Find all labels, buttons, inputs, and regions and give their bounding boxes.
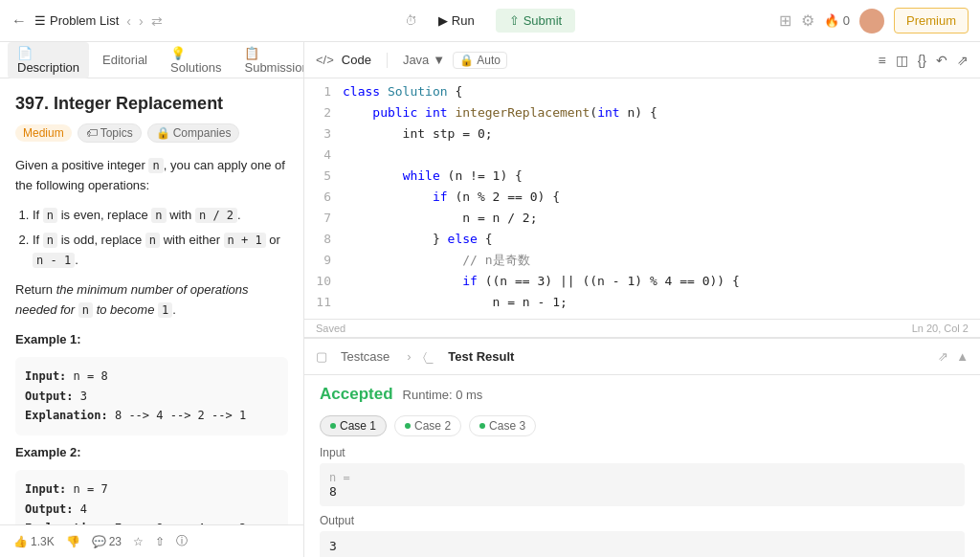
- case-2-button[interactable]: Case 2: [394, 415, 461, 436]
- description-icon: 📄: [17, 46, 33, 60]
- comments-stat[interactable]: 💬 23: [92, 535, 122, 548]
- tab-solutions[interactable]: 💡 Solutions: [161, 42, 231, 78]
- tag-icon: 🏷: [86, 126, 98, 140]
- input-label: Input: [320, 446, 965, 459]
- solutions-icon: 💡: [170, 46, 186, 60]
- tab-submissions[interactable]: 📋 Submissions: [234, 42, 304, 78]
- input-var: n =: [329, 471, 955, 484]
- language-label: Java: [403, 53, 429, 67]
- cursor-position: Ln 20, Col 2: [912, 323, 969, 334]
- share-icon: ⇧: [155, 535, 165, 548]
- badge-count: 0: [843, 13, 850, 28]
- case-1-button[interactable]: Case 1: [320, 415, 387, 436]
- saved-status: Saved: [316, 323, 345, 334]
- submit-button[interactable]: ⇧ Submit: [496, 9, 575, 33]
- auto-badge[interactable]: 🔒 Auto: [453, 52, 507, 69]
- problem-badges: Medium 🏷 Topics 🔒 Companies: [15, 123, 288, 143]
- case-1-dot: [330, 423, 336, 429]
- result-status: Accepted: [320, 385, 393, 404]
- code-line-1: 1 class Solution {: [304, 82, 980, 103]
- tab-test-result[interactable]: Test Result: [442, 345, 520, 368]
- output-label: Output: [320, 514, 965, 527]
- problem-description: Given a positive integer n, you can appl…: [15, 156, 288, 524]
- list-action-icon[interactable]: ≡: [878, 53, 885, 68]
- code-line-2: 2 public int integerReplacement(int n) {: [304, 103, 980, 124]
- more-icon: ⓘ: [176, 533, 188, 549]
- prev-arrow[interactable]: ‹: [126, 13, 131, 29]
- next-arrow[interactable]: ›: [139, 13, 144, 29]
- thumbs-down-icon: 👎: [66, 535, 80, 548]
- cases-row: Case 1 Case 2 Case 3: [320, 415, 965, 436]
- more-stat[interactable]: ⓘ: [176, 533, 188, 549]
- case-3-dot: [479, 423, 485, 429]
- editor-area: </> Code Java ▼ 🔒 Auto ≡ ◫ {} ↶ ⇗: [304, 42, 980, 337]
- thumbs-up-icon: 👍: [13, 535, 28, 548]
- alarm-icon[interactable]: ⏱: [405, 13, 417, 28]
- example2-title: Example 2:: [15, 443, 288, 463]
- difficulty-badge: Medium: [15, 124, 72, 142]
- bookmark-icon[interactable]: ◫: [896, 53, 908, 68]
- thumbs-down-stat[interactable]: 👎: [66, 535, 80, 548]
- expand-icon[interactable]: ⇗: [938, 349, 948, 364]
- test-panel: ▢ Testcase › 〈_ Test Result ⇗ ▲ Accepted…: [304, 337, 980, 557]
- comments-count: 23: [109, 535, 122, 548]
- terminal-icon: 〈_: [423, 350, 434, 364]
- test-panel-actions: ⇗ ▲: [938, 349, 969, 364]
- example2-block: Input: n = 7 Output: 4 Explanation: 7 --…: [15, 470, 288, 524]
- problem-list-button[interactable]: ☰ Problem List: [34, 13, 119, 28]
- lock-small-icon: 🔒: [459, 54, 474, 67]
- input-value: n = 8: [320, 463, 965, 506]
- premium-button[interactable]: Premium: [894, 8, 969, 33]
- language-selector[interactable]: Java ▼: [403, 53, 445, 67]
- editor-actions: ≡ ◫ {} ↶ ⇗: [878, 53, 969, 68]
- testcase-icon: ▢: [316, 349, 327, 364]
- thumbs-up-stat[interactable]: 👍 1.3K: [13, 535, 55, 548]
- example1-block: Input: n = 8 Output: 3 Explanation: 8 --…: [15, 357, 288, 434]
- share-stat[interactable]: ⇧: [155, 535, 165, 548]
- code-line-9: 9 // n是奇数: [304, 251, 980, 272]
- companies-button[interactable]: 🔒 Companies: [147, 123, 240, 143]
- code-line-3: 3 int stp = 0;: [304, 124, 980, 145]
- case-3-button[interactable]: Case 3: [469, 415, 536, 436]
- separator: ›: [407, 349, 411, 364]
- undo-icon[interactable]: ↶: [936, 53, 947, 68]
- fullscreen-icon[interactable]: ⇗: [957, 53, 969, 68]
- main-layout: 📄 Description Editorial 💡 Solutions 📋 Su…: [0, 42, 980, 557]
- format-icon[interactable]: {}: [918, 53, 926, 68]
- nav-left: ← ☰ Problem List ‹ › ⇄: [11, 12, 397, 30]
- left-panel: 📄 Description Editorial 💡 Solutions 📋 Su…: [0, 42, 304, 557]
- editor-status-bar: Saved Ln 20, Col 2: [304, 319, 980, 337]
- play-icon: ▶: [438, 13, 448, 28]
- runtime-text: Runtime: 0 ms: [403, 388, 483, 402]
- code-editor[interactable]: 1 class Solution { 2 public int integerR…: [304, 78, 980, 319]
- settings-icon[interactable]: ⚙: [801, 11, 814, 30]
- grid-icon[interactable]: ⊞: [779, 11, 791, 30]
- problem-content: 397. Integer Replacement Medium 🏷 Topics…: [0, 78, 303, 524]
- submissions-icon: 📋: [244, 46, 259, 60]
- tab-submissions-label: Submissions: [244, 60, 304, 75]
- tab-editorial[interactable]: Editorial: [93, 49, 157, 71]
- avatar[interactable]: [859, 9, 884, 33]
- navbar: ← ☰ Problem List ‹ › ⇄ ⏱ ▶ Run ⇧ Submit …: [0, 0, 980, 42]
- tab-testcase[interactable]: Testcase: [335, 345, 395, 368]
- fire-badge: 🔥 0: [824, 13, 850, 28]
- star-stat[interactable]: ☆: [133, 535, 144, 548]
- tab-description[interactable]: 📄 Description: [8, 42, 89, 78]
- code-line-7: 7 n = n / 2;: [304, 209, 980, 230]
- problem-list-label: Problem List: [50, 13, 119, 28]
- fire-icon: 🔥: [824, 13, 839, 28]
- topics-button[interactable]: 🏷 Topics: [78, 123, 142, 143]
- back-icon[interactable]: ←: [11, 12, 27, 30]
- collapse-icon[interactable]: ▲: [956, 349, 969, 364]
- lock-icon: 🔒: [156, 126, 170, 140]
- case-3-label: Case 3: [489, 419, 525, 433]
- case-1-label: Case 1: [340, 419, 376, 433]
- nav-right: ⊞ ⚙ 🔥 0 Premium: [583, 8, 969, 33]
- code-line-5: 5 while (n != 1) {: [304, 167, 980, 188]
- thumbs-up-count: 1.3K: [31, 535, 55, 548]
- run-button[interactable]: ▶ Run: [425, 9, 488, 33]
- right-panel: </> Code Java ▼ 🔒 Auto ≡ ◫ {} ↶ ⇗: [304, 42, 980, 557]
- code-line-8: 8 } else {: [304, 230, 980, 251]
- output-value: 3: [320, 531, 965, 557]
- shuffle-icon[interactable]: ⇄: [151, 13, 163, 29]
